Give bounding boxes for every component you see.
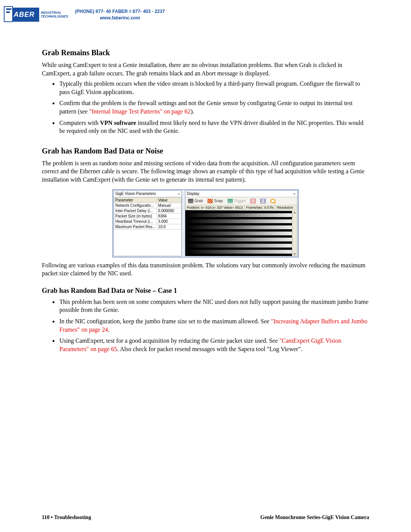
display-panel: Display × Grab Snap Trigger 1:1 Position… bbox=[185, 190, 298, 256]
param-value: 10.0 bbox=[157, 224, 181, 229]
heading-case-1: Grab has Random Bad Data or Noise – Case… bbox=[42, 287, 369, 295]
params-panel: GigE Vision Parameters × Parameter Value… bbox=[113, 190, 182, 256]
display-title: Display bbox=[187, 192, 199, 196]
status-resolution: Resolution bbox=[276, 205, 297, 210]
table-header-row: Parameter Value bbox=[114, 197, 182, 203]
table-row[interactable]: Heartbeat Timeout (i...3.000 bbox=[114, 219, 182, 224]
status-fps: Frame/sec: 0.0 f/s bbox=[245, 205, 276, 210]
logo-f-icon bbox=[4, 6, 13, 22]
list-item: This problem has been seen on some compu… bbox=[59, 298, 369, 314]
params-titlebar: GigE Vision Parameters × bbox=[114, 191, 182, 197]
footer-right: Genie Monochrome Series-GigE Vision Came… bbox=[260, 514, 369, 521]
list-case-1: This problem has been seen on some compu… bbox=[42, 298, 369, 353]
list-item: Using CamExpert, test for a good acquisi… bbox=[59, 337, 369, 353]
outro-bad-data: Following are various examples of this d… bbox=[42, 261, 369, 278]
page-header: ABER INDUSTRIAL TECHNOLOGIES (PHONE) 877… bbox=[4, 8, 369, 22]
list-item: Typically this problem occurs when the v… bbox=[59, 80, 369, 96]
magnifier-icon bbox=[270, 199, 276, 203]
display-titlebar: Display × bbox=[185, 191, 297, 197]
fit-icon bbox=[250, 199, 256, 203]
image-view[interactable]: ▴▾ bbox=[185, 210, 297, 256]
param-name: Packet Size (in bytes) bbox=[114, 213, 157, 219]
table-row[interactable]: Packet Size (in bytes)8384 bbox=[114, 213, 182, 219]
table-row[interactable]: Inter-Packet Delay (i...0.000000 bbox=[114, 208, 182, 213]
snap-icon bbox=[207, 199, 213, 203]
footer-left: 110 • Troubleshooting bbox=[42, 514, 91, 521]
btn-label: Trigger bbox=[234, 199, 246, 203]
list-grab-black: Typically this problem occurs when the v… bbox=[42, 80, 369, 135]
param-value: 0.000000 bbox=[157, 208, 181, 213]
logo-text: ABER bbox=[4, 8, 39, 22]
params-table: Parameter Value Network Configuratio...M… bbox=[114, 197, 182, 230]
heading-bad-data: Grab has Random Bad Data or Noise bbox=[42, 147, 369, 155]
intro-bad-data: The problem is seen as random noise and … bbox=[42, 159, 369, 184]
display-toolbar: Grab Snap Trigger 1:1 bbox=[185, 197, 297, 205]
contact-block: (PHONE) 877- 40 FABER ◊ 877- 403 - 2237 … bbox=[75, 8, 165, 21]
trigger-icon bbox=[228, 199, 233, 203]
vertical-scrollbar[interactable]: ▴▾ bbox=[292, 210, 297, 256]
page-footer: 110 • Troubleshooting Genie Monochrome S… bbox=[42, 514, 369, 521]
scroll-down-icon[interactable]: ▾ bbox=[292, 252, 297, 256]
website-url: www.faberinc.com bbox=[75, 15, 165, 21]
text-fragment: ). bbox=[191, 108, 194, 115]
grab-button[interactable]: Grab bbox=[186, 198, 205, 204]
app-screenshot: GigE Vision Parameters × Parameter Value… bbox=[112, 189, 299, 257]
param-name: Maximum Packet Res... bbox=[114, 224, 157, 229]
list-item: Computers with VPN software installed mo… bbox=[59, 119, 369, 135]
camera-icon bbox=[188, 199, 193, 203]
logo-brand: ABER bbox=[14, 11, 35, 18]
status-bar: Position: x= 019 y= 337 Value= 0013 Fram… bbox=[185, 205, 297, 210]
scroll-up-icon[interactable]: ▴ bbox=[292, 210, 297, 214]
zoom-11-button[interactable]: 1:1 bbox=[258, 198, 268, 204]
logo: ABER INDUSTRIAL TECHNOLOGIES bbox=[4, 8, 68, 22]
logo-tagline: INDUSTRIAL TECHNOLOGIES bbox=[41, 11, 68, 19]
heading-grab-black: Grab Remains Black bbox=[42, 48, 369, 57]
param-value: 8384 bbox=[157, 213, 181, 219]
table-row[interactable]: Network Configuratio...Manual bbox=[114, 203, 182, 208]
param-name: Inter-Packet Delay (i... bbox=[114, 208, 157, 213]
btn-label: Snap bbox=[214, 199, 223, 203]
intro-grab-black: While using CamExpert to test a Genie in… bbox=[42, 61, 369, 77]
text-fragment: In the NIC configuration, keep the jumbo… bbox=[59, 318, 271, 324]
status-position: Position: x= 019 y= 337 Value= 0013 bbox=[185, 205, 245, 210]
close-icon[interactable]: × bbox=[178, 192, 180, 196]
btn-label: Grab bbox=[194, 199, 203, 203]
param-name: Network Configuratio... bbox=[114, 203, 157, 208]
close-icon[interactable]: × bbox=[293, 192, 296, 196]
zoom-button[interactable] bbox=[268, 198, 277, 204]
noise-image bbox=[185, 210, 292, 256]
params-title: GigE Vision Parameters bbox=[115, 192, 156, 196]
trigger-button[interactable]: Trigger bbox=[226, 198, 248, 204]
table-row[interactable]: Maximum Packet Res...10.0 bbox=[114, 224, 182, 229]
col-value: Value bbox=[157, 197, 181, 203]
text-fragment: Computers with bbox=[59, 120, 100, 126]
text-fragment: . Also check for packet resend messages … bbox=[117, 346, 302, 352]
phone-line: (PHONE) 877- 40 FABER ◊ 877- 403 - 2237 bbox=[75, 8, 165, 15]
one-to-one-icon: 1:1 bbox=[260, 199, 266, 203]
text-fragment: . bbox=[108, 326, 110, 333]
param-value: 3.000 bbox=[157, 219, 181, 224]
param-name: Heartbeat Timeout (i... bbox=[114, 219, 157, 224]
list-item: Confirm that the problem is the firewall… bbox=[59, 99, 369, 115]
fit-button[interactable] bbox=[249, 198, 258, 204]
param-value: Manual bbox=[157, 203, 181, 208]
bold-vpn: VPN software bbox=[100, 120, 136, 126]
text-fragment: Using CamExpert, test for a good acquisi… bbox=[59, 337, 279, 344]
snap-button[interactable]: Snap bbox=[206, 198, 225, 204]
col-parameter: Parameter bbox=[114, 197, 157, 203]
link-test-patterns[interactable]: "Internal Image Test Patterns" on page 6… bbox=[89, 108, 191, 115]
tag-technologies: TECHNOLOGIES bbox=[41, 15, 68, 19]
list-item: In the NIC configuration, keep the jumbo… bbox=[59, 317, 369, 334]
